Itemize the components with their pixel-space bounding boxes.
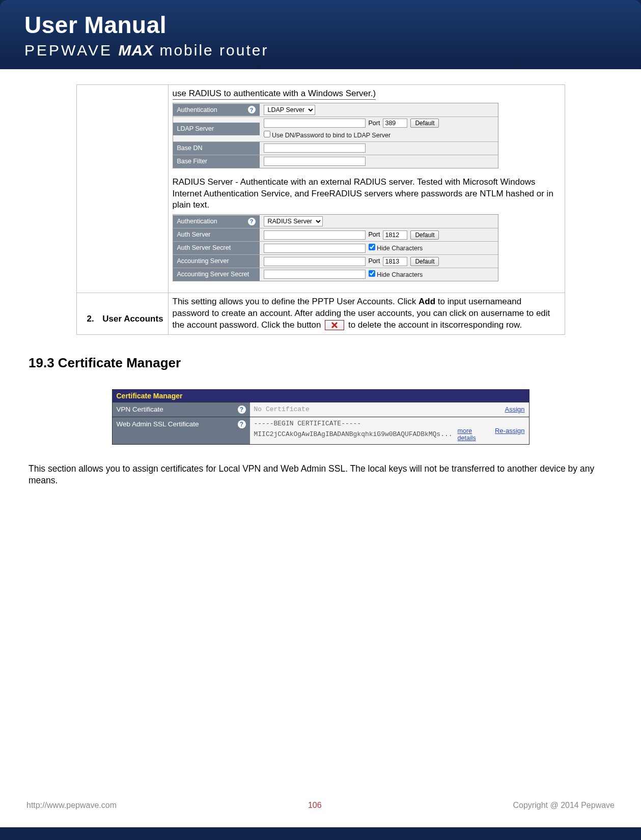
hide-chars-text-2: Hide Characters	[377, 271, 423, 278]
cert-val-vpn: No Certificate Assign	[250, 402, 529, 417]
settings-table: use RADIUS to authenticate with a Window…	[76, 84, 565, 335]
ldap-val-basefilter	[260, 155, 498, 167]
page-footer: http://www.pepwave.com 106 Copyright @ 2…	[26, 800, 615, 810]
ldap-label-server: LDAP Server	[173, 123, 260, 135]
header-title: User Manual	[24, 11, 617, 39]
radius-auth-port-input[interactable]	[383, 230, 407, 240]
radius-acct-port-input[interactable]	[383, 257, 407, 266]
radius-val-auth: RADIUS Server	[260, 215, 498, 228]
hide-chars-checkbox[interactable]	[369, 244, 375, 250]
ldap-row-basefilter: Base Filter	[173, 155, 498, 168]
radius-acct-server-input[interactable]	[264, 257, 366, 266]
hide-chars-label-2[interactable]: Hide Characters	[369, 270, 423, 279]
reassign-link[interactable]: Re-assign	[495, 427, 525, 435]
radius-intro-text: RADIUS Server - Authenticate with an ext…	[173, 177, 561, 212]
header-subtitle: PEPWAVE MAX mobile router	[24, 42, 617, 59]
auth-mode-select[interactable]: LDAP Server	[264, 105, 315, 115]
ldap-bind-checkbox[interactable]	[264, 131, 270, 137]
radius-label-acctsecret: Accounting Server Secret	[173, 268, 260, 281]
ldap-bind-checkbox-label[interactable]: Use DN/Password to bind to LDAP Server	[264, 131, 391, 140]
cert-row-webadmin: Web Admin SSL Certificate ? -----BEGIN C…	[113, 417, 529, 444]
help-icon[interactable]: ?	[238, 420, 246, 428]
hide-chars-label[interactable]: Hide Characters	[369, 244, 423, 253]
ldap-label-basedn-text: Base DN	[177, 144, 203, 153]
cert-label-vpn-text: VPN Certificate	[117, 405, 163, 413]
radius-acct-port-default-button[interactable]: Default	[410, 257, 439, 266]
radius-label-auth-text: Authentication	[177, 217, 217, 226]
ldap-row-server: LDAP Server Port Default Use D	[173, 117, 498, 142]
ldap-label-auth: Authentication ?	[173, 104, 260, 117]
auth-intro-underlined: use RADIUS to authenticate with a Window…	[173, 89, 376, 100]
radius-row-authserver: Auth Server Port Default	[173, 228, 498, 242]
cert-val-webadmin: -----BEGIN CERTIFICATE----- MIIC2jCCAkOg…	[250, 417, 529, 444]
radius-row-auth: Authentication ? RADIUS Server	[173, 215, 498, 228]
radius-label-authserver: Auth Server	[173, 228, 260, 241]
add-bold: Add	[419, 297, 435, 306]
page-body: use RADIUS to authenticate with a Window…	[6, 69, 635, 827]
radius-label-acctserver-text: Accounting Server	[177, 257, 229, 266]
footer-url: http://www.pepwave.com	[26, 801, 117, 810]
hide-chars-text: Hide Characters	[377, 245, 423, 252]
radius-label-acctsecret-text: Accounting Server Secret	[177, 270, 249, 279]
hide-chars-checkbox-2[interactable]	[369, 270, 375, 277]
radius-auth-port-default-button[interactable]: Default	[410, 230, 439, 240]
radius-label-authsecret-text: Auth Server Secret	[177, 244, 231, 252]
user-accounts-desc-cell: This setting allows you to define the PP…	[168, 293, 565, 334]
port-label: Port	[369, 230, 380, 239]
ldap-port-default-button[interactable]: Default	[410, 119, 439, 128]
user-accounts-desc-1: This setting allows you to define the PP…	[173, 297, 419, 306]
footer-copyright: Copyright @ 2014 Pepwave	[513, 801, 615, 810]
page-bottom-strip	[0, 827, 641, 840]
assign-link[interactable]: Assign	[505, 405, 524, 413]
certificate-manager-panel: Certificate Manager VPN Certificate ? No…	[112, 389, 529, 445]
cert-text-line1: -----BEGIN CERTIFICATE-----	[254, 420, 491, 427]
ldap-server-input[interactable]	[264, 119, 366, 128]
radius-val-acctsecret: Hide Characters	[260, 268, 498, 280]
ldap-label-basefilter: Base Filter	[173, 155, 260, 168]
page-header: User Manual PEPWAVE MAX mobile router	[0, 0, 641, 69]
section-heading-19-3: 19.3 Certificate Manager	[29, 355, 615, 371]
ldap-label-server-text: LDAP Server	[177, 125, 214, 133]
ldap-val-basedn	[260, 142, 498, 154]
user-accounts-desc-3: to delete the account in itscorrespondin…	[348, 320, 522, 330]
ldap-val-auth: LDAP Server	[260, 103, 498, 117]
radius-acct-secret-input[interactable]	[264, 270, 366, 279]
radius-auth-secret-input[interactable]	[264, 244, 366, 253]
ldap-row-auth: Authentication ? LDAP Server	[173, 103, 498, 117]
cert-panel-title: Certificate Manager	[113, 390, 529, 402]
settings-left-empty	[76, 85, 168, 293]
radius-row-authsecret: Auth Server Secret Hide Characters	[173, 242, 498, 255]
base-dn-input[interactable]	[264, 143, 366, 153]
radius-val-authserver: Port Default	[260, 229, 498, 241]
cert-label-webadmin: Web Admin SSL Certificate ?	[113, 417, 250, 444]
radius-panel: Authentication ? RADIUS Server Auth Serv…	[173, 214, 498, 281]
ldap-label-basefilter-text: Base Filter	[177, 157, 208, 166]
help-icon[interactable]: ?	[238, 405, 246, 414]
auth-mode-select-radius[interactable]: RADIUS Server	[264, 216, 323, 226]
ldap-panel: Authentication ? LDAP Server LDAP Server	[173, 103, 498, 168]
help-icon[interactable]: ?	[248, 218, 256, 225]
delete-row-button[interactable]	[325, 320, 344, 330]
port-label: Port	[369, 257, 380, 266]
radius-auth-server-input[interactable]	[264, 230, 366, 240]
ldap-port-input[interactable]	[383, 119, 407, 128]
model-name: MAX	[118, 42, 154, 59]
brand-name: PEPWAVE	[24, 42, 113, 59]
cert-text-line2: MIIC2jCCAkOgAwIBAgIBADANBgkqhkiG9w0BAQUF…	[254, 430, 453, 438]
radius-label-auth: Authentication ?	[173, 215, 260, 228]
settings-cell-auth-modes: use RADIUS to authenticate with a Window…	[168, 85, 565, 293]
ldap-row-basedn: Base DN	[173, 142, 498, 155]
base-filter-input[interactable]	[264, 157, 366, 166]
user-accounts-title: User Accounts	[102, 314, 163, 324]
radius-row-acctserver: Accounting Server Port Default	[173, 255, 498, 268]
help-icon[interactable]: ?	[248, 106, 256, 113]
more-details-link[interactable]: more details	[458, 427, 491, 442]
cert-label-vpn: VPN Certificate ?	[113, 402, 250, 417]
product-suffix: mobile router	[159, 42, 268, 59]
port-label: Port	[369, 119, 380, 128]
ldap-label-basedn: Base DN	[173, 142, 260, 155]
radius-val-acctserver: Port Default	[260, 255, 498, 268]
radius-row-acctsecret: Accounting Server Secret Hide Characters	[173, 268, 498, 281]
radius-label-acctserver: Accounting Server	[173, 255, 260, 268]
row-number: 2.	[87, 313, 100, 325]
